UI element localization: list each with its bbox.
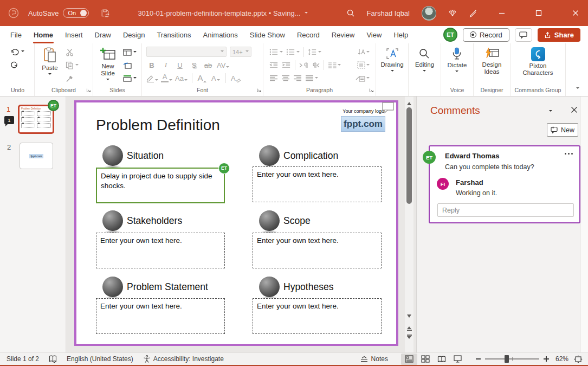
- tab-record[interactable]: Record: [291, 26, 326, 43]
- new-comment-button[interactable]: New: [547, 123, 578, 137]
- tab-home[interactable]: Home: [28, 26, 59, 43]
- redo-button[interactable]: [9, 60, 20, 71]
- section-button[interactable]: [121, 73, 138, 84]
- next-slide-button[interactable]: [407, 334, 412, 341]
- layout-button[interactable]: [121, 47, 138, 58]
- pen-features-icon[interactable]: [469, 9, 477, 17]
- tab-slide-show[interactable]: Slide Show: [244, 26, 291, 43]
- new-slide-button[interactable]: New Slide: [95, 46, 120, 87]
- language-status[interactable]: English (United States): [67, 355, 133, 363]
- tab-file[interactable]: File: [4, 26, 28, 43]
- normal-view-button[interactable]: [401, 354, 417, 365]
- collapse-ribbon-icon[interactable]: [576, 87, 579, 91]
- situation-text-box[interactable]: Delay in project due to supply side shoc…: [96, 168, 225, 203]
- maximize-button[interactable]: [526, 0, 551, 26]
- vertical-scrollbar[interactable]: [405, 97, 413, 352]
- tab-animations[interactable]: Animations: [197, 26, 244, 43]
- close-comments-icon[interactable]: [571, 106, 578, 113]
- paragraph-dialog-launcher[interactable]: [369, 88, 374, 93]
- bullet-sphere-icon[interactable]: [102, 210, 123, 231]
- stakeholders-text-box[interactable]: Enter your own text here.: [96, 233, 225, 268]
- user-avatar[interactable]: [422, 6, 436, 21]
- dictate-button[interactable]: Dictate: [448, 46, 467, 87]
- fit-slide-button[interactable]: [574, 355, 583, 363]
- commands-group: ⤹ Pixton Characters Commands Group: [511, 43, 566, 96]
- reply-input[interactable]: [437, 203, 574, 217]
- accessibility-status[interactable]: Accessibility: Investigate: [143, 355, 224, 363]
- tab-insert[interactable]: Insert: [59, 26, 89, 43]
- comments-options-icon[interactable]: [549, 110, 552, 113]
- save-icon[interactable]: [101, 9, 109, 17]
- document-title[interactable]: 3010-01-problem-definition-template.pptx…: [138, 9, 308, 17]
- accessibility-icon: [143, 355, 151, 363]
- search-icon[interactable]: [346, 9, 355, 17]
- title-dropdown-icon: [305, 12, 308, 15]
- record-button[interactable]: Record: [463, 28, 509, 42]
- zoom-out-button[interactable]: [476, 358, 481, 359]
- scrollbar-thumb[interactable]: [406, 107, 412, 204]
- scroll-up-arrow[interactable]: [407, 100, 411, 105]
- bullet-sphere-icon[interactable]: [259, 277, 280, 297]
- minimize-button[interactable]: [489, 0, 514, 26]
- scope-text-box[interactable]: Enter your own text here.: [253, 233, 382, 268]
- presence-avatar[interactable]: ET: [443, 28, 457, 42]
- pixton-characters-button[interactable]: ⤹ Pixton Characters: [516, 46, 560, 87]
- hypotheses-text-box[interactable]: Enter your own text here.: [253, 298, 382, 334]
- comments-scrollbar[interactable]: [580, 97, 588, 352]
- tab-help[interactable]: Help: [387, 26, 414, 43]
- tab-review[interactable]: Review: [326, 26, 361, 43]
- bullet-sphere-icon[interactable]: [259, 145, 280, 166]
- zoom-slider-thumb[interactable]: [505, 355, 509, 363]
- tab-view[interactable]: View: [360, 26, 387, 43]
- scroll-down-arrow[interactable]: [407, 314, 411, 320]
- powerpoint-app-icon[interactable]: [8, 7, 20, 19]
- slide-editor[interactable]: Problem Definition Your company logo fpp…: [74, 100, 398, 346]
- gem-icon[interactable]: [448, 9, 457, 17]
- section-heading[interactable]: Complication: [283, 150, 338, 162]
- drawing-button[interactable]: Drawing: [380, 46, 403, 87]
- previous-slide-button[interactable]: [407, 324, 412, 331]
- editing-button[interactable]: Editing: [415, 46, 434, 87]
- zoom-slider[interactable]: [485, 358, 539, 359]
- undo-button[interactable]: [9, 46, 26, 57]
- company-logo-caption[interactable]: Your company logo: [343, 108, 384, 114]
- reading-view-button[interactable]: [434, 354, 450, 365]
- section-heading[interactable]: Hypotheses: [283, 281, 333, 293]
- bullet-sphere-icon[interactable]: [102, 145, 123, 166]
- tab-draw[interactable]: Draw: [89, 26, 117, 43]
- slide-comment-indicator[interactable]: [382, 101, 395, 113]
- problem-statement-text-box[interactable]: Enter your own text here.: [96, 298, 225, 334]
- paste-button[interactable]: Paste: [37, 46, 63, 87]
- notes-button[interactable]: Notes: [360, 355, 388, 363]
- close-button[interactable]: [563, 0, 588, 26]
- comments-toggle-button[interactable]: [515, 28, 532, 42]
- section-heading[interactable]: Stakeholders: [127, 215, 182, 227]
- reset-slide-button[interactable]: [121, 60, 138, 71]
- section-heading[interactable]: Scope: [283, 215, 311, 227]
- slideshow-view-button[interactable]: [450, 354, 466, 365]
- increase-indent-button: [281, 60, 292, 70]
- font-dialog-launcher[interactable]: [256, 88, 261, 93]
- fppt-logo[interactable]: fppt.com: [341, 116, 385, 132]
- spell-check-button[interactable]: [49, 355, 57, 363]
- section-heading[interactable]: Situation: [127, 150, 164, 162]
- complication-text-box[interactable]: Enter your own text here.: [253, 166, 382, 202]
- more-actions-icon[interactable]: [565, 153, 573, 155]
- zoom-in-button[interactable]: [544, 356, 549, 362]
- tab-design[interactable]: Design: [117, 26, 151, 43]
- tab-transitions[interactable]: Transitions: [151, 26, 197, 43]
- user-name[interactable]: Farshad Iqbal: [367, 9, 410, 17]
- autosave-toggle[interactable]: On: [63, 8, 89, 18]
- slide-sorter-view-button[interactable]: [417, 354, 434, 365]
- bullet-sphere-icon[interactable]: [259, 210, 280, 231]
- design-ideas-button[interactable]: Design Ideas: [478, 46, 506, 87]
- slide-title[interactable]: Problem Definition: [96, 117, 220, 134]
- slide-1-comment-badge[interactable]: 1: [4, 116, 14, 124]
- section-heading[interactable]: Problem Statement: [127, 281, 208, 293]
- clipboard-dialog-launcher[interactable]: [86, 88, 91, 93]
- share-button[interactable]: Share: [538, 28, 580, 42]
- zoom-level[interactable]: 62%: [555, 355, 568, 363]
- slide-2-thumbnail[interactable]: fppt.com: [20, 143, 53, 169]
- bullet-sphere-icon[interactable]: [102, 277, 123, 297]
- autosave-control[interactable]: AutoSave On: [28, 8, 89, 18]
